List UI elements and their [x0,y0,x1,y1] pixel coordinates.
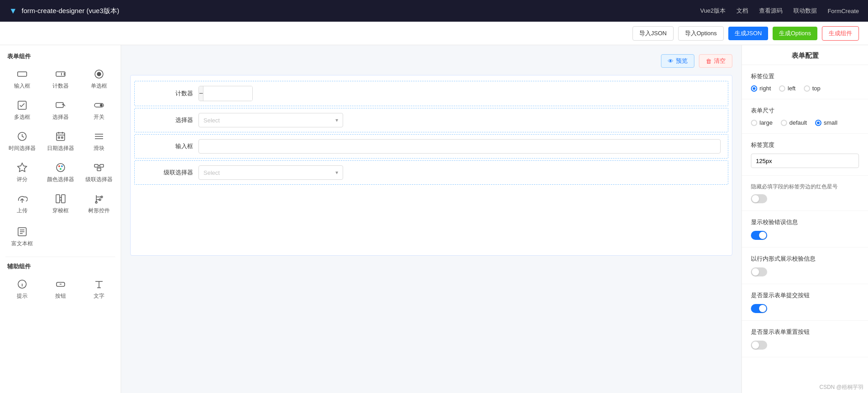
preview-button[interactable]: 👁 预览 [661,54,694,68]
aux-components-grid: 提示 按钮 文字 [0,274,121,307]
text-input-wrap [198,139,721,154]
sidebar-item-tree[interactable]: 树形控件 [80,189,117,218]
sidebar-item-counter[interactable]: 计数器 [42,64,79,94]
clear-button[interactable]: 🗑 清空 [699,54,732,68]
sidebar-divider [5,257,115,257]
radio-right-label: right [760,85,771,92]
form-row-select[interactable]: 选择器 Select ▾ [134,108,728,132]
radio-left[interactable]: left [779,85,795,92]
svg-marker-21 [18,163,27,172]
import-options-button[interactable]: 导入Options [678,26,724,41]
gen-component-button[interactable]: 生成组件 [822,26,859,41]
sidebar-item-rate[interactable]: 评分 [4,158,40,187]
sidebar-item-select[interactable]: 选择器 [42,95,79,125]
button-icon [54,278,67,290]
nav-vue2[interactable]: Vue2版本 [700,7,726,15]
show-reset-knob [752,342,759,349]
sidebar-item-switch[interactable]: 开关 [80,95,117,125]
sidebar-item-radio-label: 单选框 [91,82,107,90]
tree-icon [93,192,105,205]
sidebar-item-richtext[interactable]: 富文本框 [4,222,40,251]
select-label: 选择器 [142,116,198,124]
sidebar-item-text[interactable]: 文字 [80,274,117,304]
form-row-cascade[interactable]: 级联选择器 Select ▾ [134,160,728,185]
label-position-title: 标签位置 [751,72,859,80]
sidebar-item-radio[interactable]: 单选框 [80,64,117,94]
form-row-input[interactable]: 输入框 [134,134,728,159]
date-icon [54,130,67,143]
gen-json-button[interactable]: 生成JSON [728,27,769,40]
sidebar-item-checkbox[interactable]: 多选框 [4,95,40,125]
label-position-radio-group: right left top [751,85,859,92]
radio-top-label: top [812,85,821,92]
radio-small[interactable]: small [815,119,837,126]
sidebar-item-color[interactable]: 颜色选择器 [42,158,79,187]
svg-rect-26 [94,164,98,167]
chevron-down-icon: ▾ [335,117,338,123]
trash-icon: 🗑 [706,58,712,65]
radio-right[interactable]: right [751,85,771,92]
hide-required-star-toggle[interactable] [751,194,767,203]
nav-docs[interactable]: 文档 [736,7,748,15]
nav-source[interactable]: 查看源码 [759,7,783,15]
sidebar-item-time[interactable]: 时间选择器 [4,126,40,156]
sidebar-item-select-label: 选择器 [52,113,69,121]
hide-required-star-label: 隐藏必填字段的标签旁边的红色星号 [751,183,859,191]
gen-options-button[interactable]: 生成Options [773,27,817,40]
sidebar-item-time-label: 时间选择器 [9,145,36,152]
radio-large-label: large [760,119,773,126]
show-submit-label: 是否显示表单提交按钮 [751,291,859,299]
sidebar-item-transfer[interactable]: 穿梭框 [42,189,79,218]
show-submit-knob [759,305,766,312]
radio-large[interactable]: large [751,119,773,126]
radio-left-circle [779,85,785,92]
radio-default-circle [781,120,787,126]
select-control[interactable]: Select ▾ [198,113,343,127]
radio-top[interactable]: top [804,85,821,92]
show-reset-toggle[interactable] [751,341,767,350]
sidebar-item-button-label: 按钮 [55,292,66,300]
app-header: ▼ form-create-designer (vue3版本) Vue2版本 文… [0,0,868,22]
info-icon [16,278,28,290]
show-submit-toggle[interactable] [751,304,767,313]
counter-decrement-button[interactable]: − [199,86,203,101]
upload-icon [16,192,28,205]
counter-icon [54,68,67,80]
inline-validation-toggle[interactable] [751,267,767,276]
preview-label: 预览 [676,57,688,65]
sidebar-item-cascade[interactable]: 级联选择器 [80,158,117,187]
cascade-control[interactable]: Select ▾ [198,165,343,180]
radio-small-label: small [824,119,837,126]
sidebar-item-input[interactable]: 输入框 [4,64,40,94]
nav-linked-data[interactable]: 联动数据 [793,7,817,15]
transfer-icon [54,192,67,205]
counter-input-field[interactable] [203,86,253,101]
svg-rect-0 [18,72,27,76]
form-components-grid: 输入框 计数器 单选框 多选框 [0,64,121,222]
sidebar-item-date[interactable]: 日期选择器 [42,126,79,156]
form-row-counter[interactable]: 计数器 − + [134,81,728,106]
svg-point-24 [61,165,63,167]
form-canvas: 计数器 − + 选择器 Select ▾ [130,75,732,256]
show-validation-toggle[interactable] [751,231,767,240]
canvas-area: 👁 预览 🗑 清空 计数器 − + [121,45,741,393]
cascade-chevron-icon: ▾ [335,169,338,176]
label-width-input[interactable] [751,154,859,168]
import-json-button[interactable]: 导入JSON [632,26,674,41]
show-reset-toggle-wrap [751,341,859,350]
config-label-width: 标签宽度 [742,134,868,176]
config-show-submit: 是否显示表单提交按钮 [742,284,868,321]
hide-required-star-toggle-wrap [751,194,859,203]
svg-rect-27 [100,164,104,167]
radio-default[interactable]: default [781,119,807,126]
config-show-validation: 显示校验错误信息 [742,211,868,248]
sidebar-item-upload[interactable]: 上传 [4,189,40,218]
sidebar-item-button[interactable]: 按钮 [42,274,79,304]
config-show-reset: 是否显示表单重置按钮 [742,321,868,357]
text-input[interactable] [198,139,721,154]
nav-formcreate[interactable]: FormCreate [828,8,859,14]
svg-point-23 [58,165,60,167]
sidebar-item-info[interactable]: 提示 [4,274,40,304]
sidebar-item-slider[interactable]: 滑块 [80,126,117,156]
sidebar-item-counter-label: 计数器 [52,82,69,90]
